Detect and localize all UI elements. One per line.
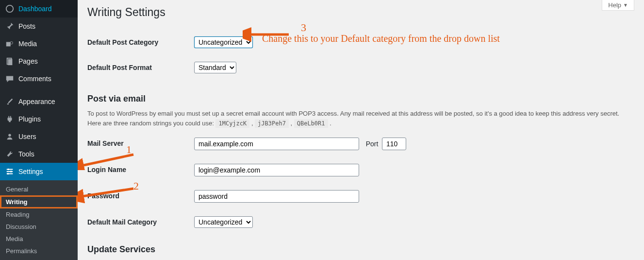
- sidebar-item-label: Plugins: [18, 115, 41, 123]
- password-input[interactable]: [194, 190, 359, 203]
- pin-icon: [5, 21, 15, 31]
- sidebar-item-dashboard[interactable]: Dashboard: [0, 0, 78, 17]
- sidebar-item-label: Comments: [18, 75, 51, 83]
- svg-point-8: [7, 173, 9, 175]
- help-tab[interactable]: Help ▼: [602, 0, 634, 11]
- label-mail-category: Default Mail Category: [87, 209, 194, 235]
- label-default-category: Default Post Category: [87, 30, 194, 55]
- pages-icon: [5, 56, 15, 66]
- svg-point-5: [8, 134, 11, 137]
- settings-submenu: General Writing Reading Discussion Media…: [0, 180, 78, 260]
- wrench-icon: [5, 149, 15, 159]
- sidebar-item-appearance[interactable]: Appearance: [0, 93, 78, 110]
- svg-rect-1: [6, 42, 11, 46]
- page-title: Writing Settings: [87, 6, 634, 19]
- sidebar-item-settings[interactable]: Settings: [0, 163, 78, 180]
- plug-icon: [5, 114, 15, 124]
- sidebar-item-users[interactable]: Users: [0, 128, 78, 145]
- sidebar-item-label: Users: [18, 133, 36, 140]
- label-default-format: Default Post Format: [87, 55, 194, 80]
- svg-rect-4: [8, 59, 12, 66]
- sidebar-item-label: Tools: [18, 150, 34, 158]
- random-string-1: 1MCyjzcK: [215, 119, 249, 128]
- sliders-icon: [5, 167, 15, 176]
- brush-icon: [5, 97, 15, 106]
- sidebar-item-comments[interactable]: Comments: [0, 70, 78, 87]
- port-input[interactable]: [382, 138, 406, 150]
- users-icon: [5, 132, 15, 141]
- chevron-down-icon: ▼: [623, 2, 628, 8]
- random-string-3: QBeLb0R1: [294, 119, 328, 128]
- login-name-input[interactable]: [194, 164, 359, 176]
- help-tab-label: Help: [608, 1, 621, 9]
- sidebar-item-label: Settings: [18, 168, 43, 175]
- sidebar-item-media[interactable]: Media: [0, 35, 78, 52]
- submenu-permalinks[interactable]: Permalinks: [0, 245, 78, 257]
- label-port: Port: [366, 140, 379, 148]
- sidebar-item-label: Dashboard: [18, 5, 52, 13]
- label-password: Password: [87, 183, 194, 209]
- default-post-category-select[interactable]: Uncategorized: [194, 36, 253, 48]
- sidebar-item-label: Posts: [18, 22, 35, 30]
- admin-sidebar: Dashboard Posts Media Pages Comments App…: [0, 0, 78, 260]
- section-post-via-email: Post via email: [87, 94, 634, 104]
- sidebar-item-label: Media: [18, 40, 37, 48]
- content-area: Help ▼ Writing Settings Default Post Cat…: [78, 0, 644, 260]
- media-icon: [5, 39, 15, 49]
- post-via-email-description: To post to WordPress by email you must s…: [87, 109, 634, 128]
- default-post-format-select[interactable]: Standard: [194, 62, 236, 73]
- submenu-media[interactable]: Media: [0, 233, 78, 245]
- sidebar-item-posts[interactable]: Posts: [0, 17, 78, 35]
- random-string-2: jJB3Peh7: [255, 119, 289, 128]
- svg-point-7: [10, 171, 12, 173]
- sidebar-item-label: Appearance: [18, 98, 55, 105]
- default-mail-category-select[interactable]: Uncategorized: [194, 216, 253, 228]
- sidebar-item-tools[interactable]: Tools: [0, 145, 78, 163]
- mail-server-input[interactable]: [194, 138, 359, 150]
- dashboard-icon: [5, 4, 15, 14]
- label-mail-server: Mail Server: [87, 131, 194, 157]
- sidebar-item-pages[interactable]: Pages: [0, 52, 78, 70]
- sidebar-item-label: Pages: [18, 57, 38, 65]
- section-update-services: Update Services: [87, 244, 634, 255]
- label-login-name: Login Name: [87, 157, 194, 183]
- submenu-reading[interactable]: Reading: [0, 208, 78, 221]
- submenu-writing[interactable]: Writing: [0, 195, 78, 208]
- sidebar-item-plugins[interactable]: Plugins: [0, 110, 78, 128]
- submenu-discussion[interactable]: Discussion: [0, 221, 78, 233]
- submenu-general[interactable]: General: [0, 183, 78, 195]
- comments-icon: [5, 74, 15, 84]
- svg-point-6: [8, 169, 10, 171]
